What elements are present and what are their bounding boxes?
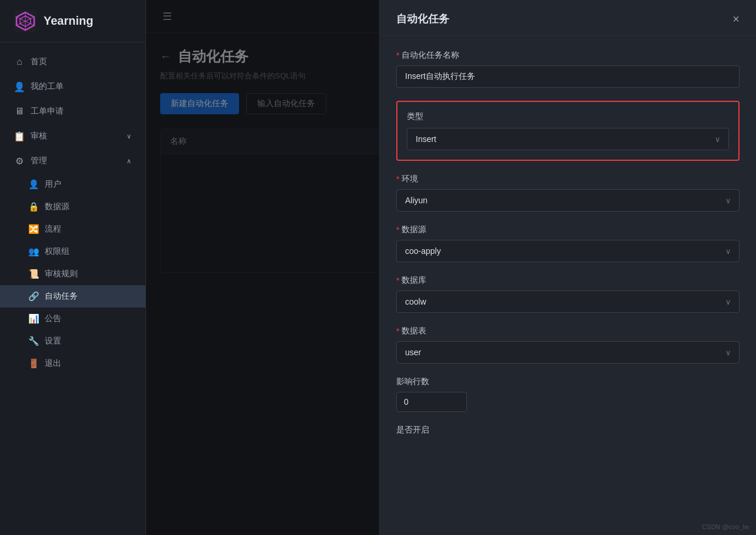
datasource-select-wrapper: coo-apply other-source ∨ [396,240,740,262]
affect-rows-label: 影响行数 [396,377,740,387]
field-task-name: * 自动化任务名称 [396,50,740,88]
required-mark: * [396,174,399,184]
drawer: 自动化任务 × * 自动化任务名称 类型 Insert [379,0,756,535]
field-datasource: * 数据源 coo-apply other-source ∨ [396,224,740,262]
required-mark: * [396,225,399,235]
drawer-header: 自动化任务 × [380,0,756,36]
auditrules-icon: 📜 [28,269,39,279]
env-select-wrapper: Aliyun AWS Azure ∨ [396,189,740,212]
env-label: * 环境 [396,174,740,184]
app-title: Yearning [44,14,93,28]
field-type-section: 类型 Insert Update Delete Select ∨ [396,101,740,161]
field-table: * 数据表 user orders ∨ [396,326,740,364]
affect-rows-input[interactable] [396,392,467,412]
gear-icon: ⚙ [14,156,25,166]
main-content: ☰ ← 自动化任务 配置相关任务后可以对符合条件的SQL语句 新建自动化任务 输… [146,0,756,535]
field-affect-rows: 影响行数 [396,377,740,412]
field-database: * 数据库 coolw other-db ∨ [396,275,740,313]
sidebar-sub-label: 退出 [45,358,61,369]
sidebar-item-label: 首页 [31,57,47,67]
enabled-label: 是否开启 [396,425,740,435]
sidebar-item-announcement[interactable]: 📊 公告 [0,308,145,330]
sidebar-nav: ⌂ 首页 👤 我的工单 🖥 工单申请 📋 审核 ∨ ⚙ 管理 ∧ 👤 用户 [0,42,145,535]
env-select[interactable]: Aliyun AWS Azure [396,189,740,212]
users-icon: 👤 [28,179,39,190]
sidebar-item-rolegroup[interactable]: 👥 权限组 [0,240,145,263]
field-enabled: 是否开启 [396,425,740,435]
type-label: 类型 [407,111,729,122]
sidebar: Yearning ⌂ 首页 👤 我的工单 🖥 工单申请 📋 审核 ∨ ⚙ 管理 … [0,0,146,535]
database-label: * 数据库 [396,275,740,286]
sidebar-item-auditrules[interactable]: 📜 审核规则 [0,263,145,285]
datasource-icon: 🔒 [28,202,39,212]
type-select[interactable]: Insert Update Delete Select [407,128,729,150]
sidebar-sub-label: 设置 [45,336,61,346]
chevron-up-icon: ∧ [127,157,131,165]
required-mark: * [396,276,399,285]
autotask-icon: 🔗 [28,291,39,302]
drawer-title: 自动化任务 [396,12,449,26]
sidebar-item-workflow[interactable]: 🔀 流程 [0,218,145,240]
database-select-wrapper: coolw other-db ∨ [396,290,740,313]
sidebar-item-home[interactable]: ⌂ 首页 [0,49,145,74]
table-select-wrapper: user orders ∨ [396,341,740,364]
table-label: * 数据表 [396,326,740,336]
datasource-label: * 数据源 [396,224,740,235]
sidebar-item-management[interactable]: ⚙ 管理 ∧ [0,148,145,173]
sidebar-sub-label: 自动任务 [45,291,78,302]
sidebar-item-ticketapply[interactable]: 🖥 工单申请 [0,99,145,124]
user-icon: 👤 [14,81,25,92]
table-select[interactable]: user orders [396,341,740,364]
sidebar-item-label: 我的工单 [31,81,64,92]
watermark: CSDN @coo_lw [702,523,749,530]
sidebar-sub-label: 流程 [45,224,61,235]
sidebar-item-datasource[interactable]: 🔒 数据源 [0,196,145,218]
announcement-icon: 📊 [28,313,39,324]
sidebar-item-audit[interactable]: 📋 审核 ∨ [0,124,145,148]
sidebar-item-settings[interactable]: 🔧 设置 [0,330,145,352]
sidebar-item-label: 管理 [31,156,47,166]
sidebar-item-mytickets[interactable]: 👤 我的工单 [0,74,145,99]
workflow-icon: 🔀 [28,224,39,235]
settings-icon: 🔧 [28,336,39,346]
drawer-body: * 自动化任务名称 类型 Insert Update Delete Select [380,36,756,535]
rolegroup-icon: 👥 [28,246,39,257]
monitor-icon: 🖥 [14,106,25,117]
chevron-down-icon: ∨ [127,133,131,140]
drawer-close-button[interactable]: × [732,13,740,25]
task-name-input[interactable] [396,65,740,88]
datasource-select[interactable]: coo-apply other-source [396,240,740,262]
field-env: * 环境 Aliyun AWS Azure ∨ [396,174,740,212]
logo-icon [14,10,37,32]
sidebar-sub-label: 权限组 [45,246,69,257]
sidebar-sub-label: 数据源 [45,202,69,212]
sidebar-sub-label: 公告 [45,313,61,324]
database-select[interactable]: coolw other-db [396,290,740,313]
audit-icon: 📋 [14,131,25,141]
sidebar-sub-label: 用户 [45,179,61,190]
sidebar-item-label: 工单申请 [31,106,64,117]
sidebar-item-label: 审核 [31,131,47,141]
sidebar-item-autotask[interactable]: 🔗 自动任务 [0,285,145,308]
logo-area: Yearning [0,0,145,42]
required-mark: * [396,51,399,60]
logout-icon: 🚪 [28,358,39,369]
sidebar-item-logout[interactable]: 🚪 退出 [0,352,145,375]
required-mark: * [396,326,399,336]
type-select-wrapper: Insert Update Delete Select ∨ [407,128,729,150]
task-name-label: * 自动化任务名称 [396,50,740,61]
sidebar-sub-label: 审核规则 [45,269,78,279]
sidebar-item-users[interactable]: 👤 用户 [0,173,145,196]
home-icon: ⌂ [14,57,25,67]
